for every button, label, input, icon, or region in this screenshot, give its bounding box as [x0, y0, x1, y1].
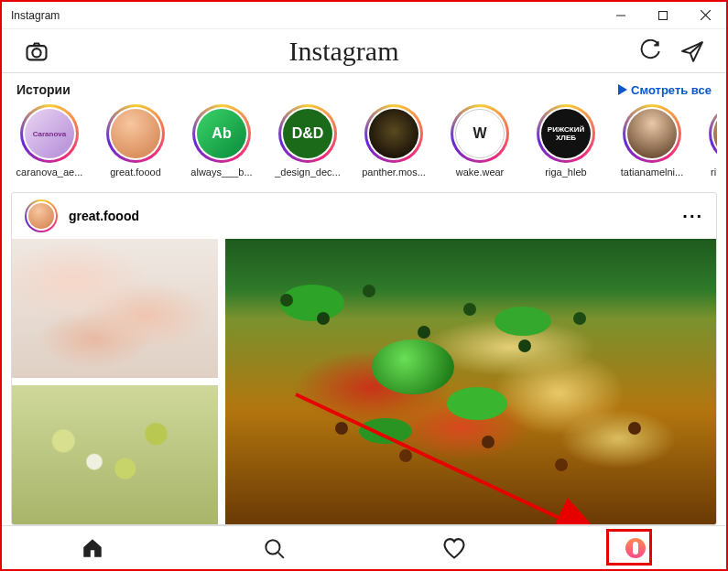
app-logo: Instagram: [289, 36, 399, 67]
story-item[interactable]: panther.mos...: [357, 104, 430, 178]
profile-avatar-icon: [625, 538, 646, 558]
story-avatar: [369, 109, 418, 158]
camera-button[interactable]: [24, 38, 49, 64]
nav-activity-button[interactable]: [432, 526, 476, 570]
story-ring: [709, 104, 717, 163]
story-ring: [623, 104, 681, 163]
svg-point-10: [266, 540, 279, 554]
watch-all-label: Смотреть все: [631, 83, 712, 97]
story-item[interactable]: D&D _design_dec...: [271, 104, 344, 178]
post-author-username[interactable]: great.foood: [69, 209, 671, 223]
direct-messages-button[interactable]: [680, 39, 704, 63]
story-avatar: D&D: [283, 109, 332, 158]
window-titlebar: Instagram: [2, 2, 726, 29]
post-more-button[interactable]: ···: [682, 206, 703, 227]
story-avatar: [713, 109, 717, 158]
post-image-main: [225, 239, 716, 524]
story-avatar: [627, 109, 677, 158]
story-username: always___b...: [185, 167, 258, 178]
nav-home-button[interactable]: [71, 526, 114, 570]
story-ring: D&D: [278, 104, 337, 163]
feed-post: great.foood ···: [11, 192, 717, 525]
window-title: Instagram: [11, 9, 60, 22]
story-item[interactable]: Ab always___b...: [185, 104, 258, 178]
story-avatar: Ab: [197, 109, 246, 158]
window-controls: [600, 2, 726, 29]
story-ring: [106, 104, 165, 163]
story-username: great.foood: [99, 167, 172, 178]
story-item[interactable]: tatianamelni...: [615, 104, 689, 178]
story-ring: Caranova: [20, 104, 79, 163]
story-ring: W: [451, 104, 509, 163]
post-image-thumb-2: [12, 385, 218, 524]
stories-title: Истории: [16, 82, 71, 97]
story-username: caranova_ae...: [13, 167, 86, 178]
story-item[interactable]: W wake.wear: [443, 104, 516, 178]
post-image-carousel[interactable]: [12, 239, 716, 524]
post-header: great.foood ···: [12, 193, 716, 239]
story-ring: [364, 104, 423, 163]
watch-all-button[interactable]: Смотреть все: [618, 83, 712, 97]
story-avatar: [111, 109, 160, 158]
story-avatar: Caranova: [25, 109, 74, 158]
app-header: Instagram: [2, 29, 726, 73]
story-username: rikiperetzma: [701, 167, 717, 178]
post-image-thumb-1: [12, 239, 218, 378]
story-username: wake.wear: [443, 167, 516, 178]
window-close-button[interactable]: [684, 2, 726, 29]
svg-point-5: [32, 48, 40, 57]
stories-header: Истории Смотреть все: [11, 81, 717, 101]
post-author-avatar[interactable]: [25, 199, 58, 232]
window-minimize-button[interactable]: [600, 2, 642, 29]
story-item[interactable]: rikiperetzma: [701, 104, 717, 178]
story-username: _design_dec...: [271, 167, 344, 178]
story-item[interactable]: РИЖСКИЙ ХЛЕБ riga_hleb: [529, 104, 603, 178]
story-avatar: РИЖСКИЙ ХЛЕБ: [541, 109, 591, 158]
story-item[interactable]: great.foood: [99, 104, 172, 178]
story-username: tatianamelni...: [615, 167, 689, 178]
content-area: Истории Смотреть все Caranova caranova_a…: [2, 73, 726, 525]
stories-row[interactable]: Caranova caranova_ae... great.foood Ab a…: [11, 101, 717, 185]
story-ring: Ab: [192, 104, 251, 163]
svg-rect-1: [659, 11, 668, 19]
story-avatar: W: [455, 109, 505, 158]
nav-profile-button[interactable]: [614, 526, 657, 570]
nav-search-button[interactable]: [252, 526, 296, 570]
story-username: riga_hleb: [529, 167, 603, 178]
bottom-nav: [2, 525, 726, 569]
svg-line-11: [278, 552, 284, 557]
refresh-button[interactable]: [638, 39, 662, 63]
window-maximize-button[interactable]: [642, 2, 684, 29]
story-item[interactable]: Caranova caranova_ae...: [13, 104, 86, 178]
story-username: panther.mos...: [357, 167, 430, 178]
svg-marker-7: [618, 84, 627, 95]
story-ring: РИЖСКИЙ ХЛЕБ: [537, 104, 595, 163]
